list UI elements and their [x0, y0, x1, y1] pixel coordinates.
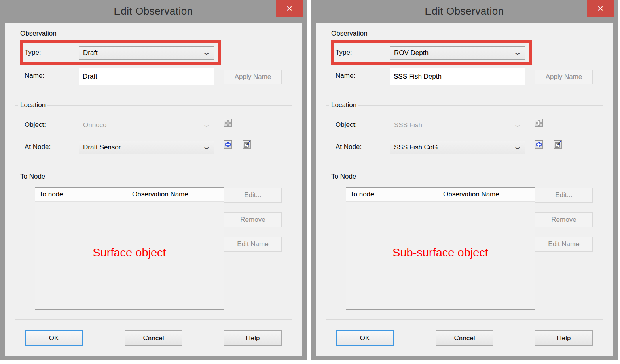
at-node-label: At Node: [25, 143, 51, 151]
chevron-down-icon: ⌄ [202, 48, 211, 56]
chevron-down-icon: ⌄ [513, 143, 522, 151]
dialog-title: Edit Observation [425, 5, 504, 17]
name-input[interactable] [390, 68, 525, 85]
type-select-value: Draft [83, 49, 98, 57]
cancel-button[interactable]: Cancel [125, 330, 182, 346]
type-label: Type: [25, 49, 41, 57]
remove-button[interactable]: Remove [535, 212, 593, 227]
column-header-to-node[interactable]: To node [35, 188, 129, 201]
cancel-button[interactable]: Cancel [436, 330, 493, 346]
observation-group-label: Observation [329, 30, 370, 38]
titlebar[interactable]: Edit Observation × [311, 0, 618, 23]
dialog-panel: Observation Type: ROV Depth ⌄ Name: Appl… [316, 23, 613, 356]
observation-group-label: Observation [18, 30, 59, 38]
edit-button[interactable]: Edit... [224, 188, 282, 203]
ok-button[interactable]: OK [25, 330, 83, 346]
titlebar[interactable]: Edit Observation × [0, 0, 307, 23]
edit-node-properties-button[interactable] [243, 140, 251, 149]
location-group-label: Location [18, 101, 47, 109]
type-select-value: ROV Depth [394, 49, 429, 57]
object-select-value: Orinoco [83, 121, 107, 129]
ok-button[interactable]: OK [336, 330, 394, 346]
help-button[interactable]: Help [535, 330, 593, 346]
to-node-group-label: To Node [329, 173, 358, 181]
to-node-table-header: To node Observation Name [346, 188, 535, 202]
edit-node-properties-icon [554, 141, 561, 148]
chevron-down-icon: ⌄ [202, 143, 211, 151]
location-group: Location [326, 105, 603, 166]
help-button[interactable]: Help [224, 330, 282, 346]
surface-object-annotation: Surface object [35, 246, 224, 259]
type-select[interactable]: Draft ⌄ [79, 46, 214, 60]
name-label: Name: [336, 72, 355, 80]
column-header-observation-name[interactable]: Observation Name [129, 188, 224, 201]
edit-observation-dialog-left: Edit Observation × Observation Type: Dra… [0, 0, 307, 360]
to-node-group-label: To Node [18, 173, 47, 181]
sub-surface-object-annotation: Sub-surface object [346, 246, 535, 259]
chevron-down-icon: ⌄ [513, 48, 522, 56]
at-node-select[interactable]: Draft Sensor ⌄ [79, 141, 214, 154]
to-node-table[interactable]: To node Observation Name Surface object [35, 187, 224, 310]
edit-node-properties-button[interactable] [554, 140, 562, 149]
type-select[interactable]: ROV Depth ⌄ [390, 46, 525, 60]
edit-name-button[interactable]: Edit Name [535, 237, 593, 252]
type-label: Type: [336, 49, 352, 57]
chevron-down-icon: ⌄ [513, 121, 522, 128]
edit-node-properties-icon [243, 141, 250, 148]
at-node-label: At Node: [336, 143, 362, 151]
object-select[interactable]: SSS Fish ⌄ [390, 119, 525, 132]
add-node-button[interactable] [535, 140, 543, 149]
add-object-button[interactable] [224, 119, 232, 127]
edit-name-button[interactable]: Edit Name [224, 237, 282, 252]
close-icon: × [597, 2, 603, 15]
add-object-icon [225, 120, 231, 126]
close-button[interactable]: × [587, 0, 614, 17]
close-button[interactable]: × [276, 0, 303, 17]
column-header-to-node[interactable]: To node [346, 188, 440, 201]
dialog-title: Edit Observation [114, 5, 193, 17]
add-node-icon [536, 141, 542, 148]
object-select-value: SSS Fish [394, 121, 422, 129]
apply-name-button[interactable]: Apply Name [224, 70, 282, 84]
close-icon: × [286, 2, 292, 15]
edit-button[interactable]: Edit... [535, 188, 593, 203]
remove-button[interactable]: Remove [224, 212, 282, 227]
add-node-icon [225, 141, 231, 148]
name-label: Name: [25, 72, 44, 80]
add-object-icon [536, 120, 542, 126]
object-label: Object: [25, 121, 46, 129]
object-label: Object: [336, 121, 357, 129]
at-node-select-value: Draft Sensor [83, 143, 121, 151]
at-node-select[interactable]: SSS Fish CoG ⌄ [390, 141, 525, 154]
edit-observation-dialog-right: Edit Observation × Observation Type: ROV… [311, 0, 618, 360]
add-node-button[interactable] [224, 140, 232, 149]
column-header-observation-name[interactable]: Observation Name [440, 188, 535, 201]
apply-name-button[interactable]: Apply Name [535, 70, 593, 84]
object-select[interactable]: Orinoco ⌄ [79, 119, 214, 132]
add-object-button[interactable] [535, 119, 543, 127]
screen: Edit Observation × Observation Type: Dra… [0, 0, 620, 364]
to-node-table-header: To node Observation Name [35, 188, 224, 202]
location-group: Location [15, 105, 292, 166]
name-input[interactable] [79, 68, 214, 85]
chevron-down-icon: ⌄ [202, 121, 211, 128]
to-node-table[interactable]: To node Observation Name Sub-surface obj… [346, 187, 535, 310]
at-node-select-value: SSS Fish CoG [394, 143, 438, 151]
location-group-label: Location [329, 101, 358, 109]
dialog-panel: Observation Type: Draft ⌄ Name: Apply Na… [5, 23, 302, 356]
